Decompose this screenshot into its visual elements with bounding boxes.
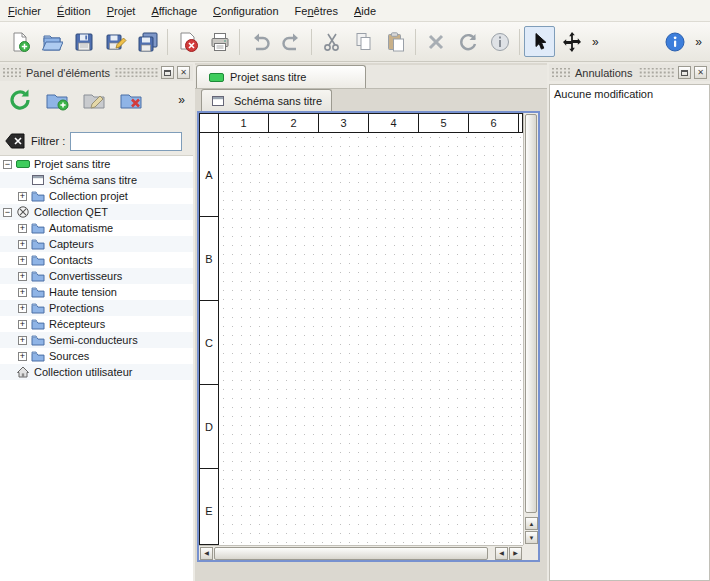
project-tab-label: Projet sans titre — [230, 71, 306, 83]
edit-element-button[interactable] — [78, 84, 110, 116]
column-header-cell: 1 — [219, 114, 269, 132]
rotate-button[interactable] — [452, 26, 483, 57]
close-panel-button[interactable]: ✕ — [177, 66, 190, 79]
dock-grip[interactable] — [3, 68, 21, 77]
horizontal-scrollbar[interactable]: ◀ ◀ ▶ — [199, 545, 523, 560]
element-info-button[interactable] — [484, 26, 515, 57]
float-undo-panel-button[interactable] — [678, 66, 691, 79]
folder-icon — [31, 333, 45, 347]
new-file-button[interactable] — [4, 26, 35, 57]
schema-tab[interactable]: Schéma sans titre — [201, 89, 332, 111]
menu-item-projet[interactable]: Projet — [99, 0, 144, 21]
close-file-button[interactable] — [172, 26, 203, 57]
tree-expander-icon[interactable]: + — [18, 192, 27, 201]
toolbar-separator — [167, 29, 168, 55]
new-element-button[interactable] — [41, 84, 73, 116]
tree-item[interactable]: Schéma sans titre — [0, 172, 193, 188]
tree-expander-icon[interactable]: + — [18, 336, 27, 345]
scroll-left-button-end[interactable]: ◀ — [495, 547, 508, 560]
tree-item[interactable]: Collection utilisateur — [0, 364, 193, 380]
toolbar-overflow-button[interactable]: » — [588, 36, 603, 48]
elements-panel: Panel d'éléments ✕ » Filtrer : −Projet s… — [0, 63, 193, 581]
undo-list[interactable]: Aucune modification — [549, 84, 710, 581]
save-as-button[interactable] — [100, 26, 131, 57]
save-all-button[interactable] — [132, 26, 163, 57]
project-tab[interactable]: Projet sans titre — [196, 65, 366, 88]
move-tool-button[interactable] — [556, 26, 587, 57]
tree-expander-icon[interactable]: + — [18, 272, 27, 281]
tree-item[interactable]: +Sources — [0, 348, 193, 364]
scroll-right-button[interactable]: ▶ — [509, 547, 522, 560]
tree-item[interactable]: +Protections — [0, 300, 193, 316]
reload-collections-button[interactable] — [4, 84, 36, 116]
tree-item[interactable]: +Capteurs — [0, 236, 193, 252]
vertical-scrollbar-thumb[interactable] — [525, 114, 537, 513]
edit-element-icon — [82, 88, 106, 112]
tree-expander-icon[interactable]: + — [18, 352, 27, 361]
filter-input[interactable] — [70, 132, 182, 151]
tree-item[interactable]: +Haute tension — [0, 284, 193, 300]
paste-icon — [385, 31, 407, 53]
vertical-scrollbar[interactable]: ▲ ▼ — [523, 113, 538, 545]
tree-item[interactable]: +Semi-conducteurs — [0, 332, 193, 348]
help-toolbar-overflow-button[interactable]: » — [691, 36, 706, 48]
tree-item-label: Semi-conducteurs — [49, 334, 138, 346]
delete-button[interactable] — [420, 26, 451, 57]
dock-grip[interactable] — [638, 68, 676, 77]
save-button[interactable] — [68, 26, 99, 57]
tree-item[interactable]: +Automatisme — [0, 220, 193, 236]
cut-button[interactable] — [316, 26, 347, 57]
print-button[interactable] — [204, 26, 235, 57]
menu-item-fichier[interactable]: Fichier — [0, 0, 49, 21]
print-icon — [209, 31, 231, 53]
schema-canvas[interactable] — [219, 133, 523, 545]
schema-tab-label: Schéma sans titre — [234, 95, 322, 107]
float-panel-button[interactable] — [161, 66, 174, 79]
open-file-button[interactable] — [36, 26, 67, 57]
scroll-down-button[interactable]: ▼ — [525, 531, 538, 544]
tree-expander-icon[interactable]: + — [18, 288, 27, 297]
dock-grip[interactable] — [552, 68, 570, 77]
row-header-cell: C — [200, 301, 218, 385]
close-undo-panel-button[interactable]: ✕ — [694, 66, 707, 79]
save-all-icon — [137, 31, 159, 53]
horizontal-scrollbar-thumb[interactable] — [214, 547, 488, 560]
delete-element-button[interactable] — [115, 84, 147, 116]
menu-item-edition[interactable]: Édition — [49, 0, 99, 21]
scroll-up-button[interactable]: ▲ — [525, 517, 538, 530]
tree-item[interactable]: +Récepteurs — [0, 316, 193, 332]
undo-button[interactable] — [244, 26, 275, 57]
scroll-left-button[interactable]: ◀ — [200, 547, 213, 560]
tree-item-label: Automatisme — [49, 222, 113, 234]
column-header-cell: 6 — [469, 114, 519, 132]
clear-filter-button[interactable] — [4, 131, 26, 151]
tree-item[interactable]: +Collection projet — [0, 188, 193, 204]
tree-expander-icon[interactable]: + — [18, 240, 27, 249]
toolbar-separator — [239, 29, 240, 55]
tree-item[interactable]: +Contacts — [0, 252, 193, 268]
reload-collections-icon — [8, 88, 32, 112]
tree-expander-icon[interactable]: − — [3, 208, 12, 217]
tree-expander-icon[interactable]: − — [3, 160, 12, 169]
tree-expander-icon[interactable]: + — [18, 256, 27, 265]
copy-button[interactable] — [348, 26, 379, 57]
tree-expander-icon[interactable]: + — [18, 304, 27, 313]
tree-item[interactable]: −Projet sans titre — [0, 156, 193, 172]
column-header-cell: 4 — [369, 114, 419, 132]
tree-item[interactable]: −Collection QET — [0, 204, 193, 220]
panel-toolbar-overflow-button[interactable]: » — [174, 94, 189, 106]
main-toolbar: » » — [0, 22, 710, 62]
tree-expander-icon[interactable]: + — [18, 320, 27, 329]
dock-grip[interactable] — [115, 68, 158, 77]
tree-expander-icon[interactable]: + — [18, 224, 27, 233]
select-tool-button[interactable] — [524, 26, 555, 57]
help-button[interactable] — [659, 26, 690, 57]
menu-item-fenetres[interactable]: Fenêtres — [287, 0, 346, 21]
redo-button[interactable] — [276, 26, 307, 57]
paste-button[interactable] — [380, 26, 411, 57]
menu-item-affichage[interactable]: Affichage — [143, 0, 205, 21]
menu-item-configuration[interactable]: Configuration — [205, 0, 286, 21]
elements-panel-title: Panel d'éléments — [24, 67, 112, 79]
tree-item[interactable]: +Convertisseurs — [0, 268, 193, 284]
menu-item-aide[interactable]: Aide — [346, 0, 384, 21]
